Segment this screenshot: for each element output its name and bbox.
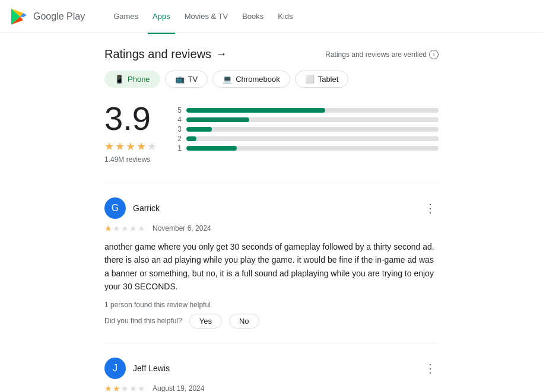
tab-phone[interactable]: 📱 Phone: [104, 71, 160, 88]
verified-text: Ratings and reviews are verified: [325, 50, 427, 59]
bar-label-2: 2: [176, 135, 182, 143]
review-star-g2: ★: [113, 224, 120, 233]
star-2: ★: [115, 140, 125, 153]
main-content: Ratings and reviews → Ratings and review…: [0, 33, 543, 392]
review-meta-jeff: ★ ★ ★ ★ ★ August 19, 2024: [104, 384, 439, 392]
review-card-garrick: G Garrick ⋮ ★ ★ ★ ★ ★ November 6, 2024 a…: [104, 183, 439, 343]
bar-fill-4: [186, 117, 249, 122]
header: Google Play Games Apps Movies & TV Books…: [0, 0, 543, 33]
bar-track-1: [186, 146, 439, 151]
nav-books[interactable]: Books: [237, 9, 268, 23]
review-stars-garrick: ★ ★ ★ ★ ★: [104, 224, 145, 233]
reviewer-info-garrick: G Garrick: [104, 197, 160, 219]
bar-fill-5: [186, 108, 325, 113]
bar-label-4: 4: [176, 116, 182, 124]
rating-bars: 5 4 3 2: [176, 102, 439, 152]
helpful-count-garrick: 1 person found this review helpful: [104, 301, 439, 309]
tablet-tab-icon: ⬜: [305, 75, 315, 84]
bar-row-3: 3: [176, 126, 439, 133]
arrow-icon: →: [216, 48, 227, 60]
review-card-jeff: J Jeff Lewis ⋮ ★ ★ ★ ★ ★ August 19, 2024…: [104, 343, 439, 392]
bar-track-5: [186, 108, 439, 113]
star-1: ★: [104, 140, 114, 153]
bar-track-2: [186, 136, 439, 141]
helpful-no-garrick[interactable]: No: [229, 314, 259, 329]
logo-text: Google Play: [33, 11, 85, 22]
review-header-garrick: G Garrick ⋮: [104, 197, 439, 219]
overall-rating-number: 3.9: [104, 102, 151, 135]
star-5: ★: [147, 140, 157, 153]
bar-label-3: 3: [176, 125, 182, 133]
big-rating: 3.9 ★ ★ ★ ★ ★ 1.49M reviews: [104, 102, 157, 164]
nav-games[interactable]: Games: [109, 9, 143, 23]
verified-label-area: Ratings and reviews are verified i: [325, 50, 439, 59]
nav-apps[interactable]: Apps: [148, 9, 175, 23]
review-star-j3: ★: [121, 384, 129, 392]
review-star-j1: ★: [104, 384, 112, 392]
main-nav: Games Apps Movies & TV Books Kids: [109, 9, 297, 23]
tv-tab-icon: 📺: [175, 75, 185, 84]
phone-tab-label: Phone: [128, 75, 150, 84]
review-count: 1.49M reviews: [104, 155, 150, 164]
chromebook-tab-label: Chromebook: [236, 75, 280, 84]
overall-stars: ★ ★ ★ ★ ★: [104, 140, 157, 153]
review-star-j4: ★: [129, 384, 137, 392]
review-star-j5: ★: [138, 384, 145, 392]
tab-chromebook[interactable]: 💻 Chromebook: [212, 71, 290, 88]
review-star-g3: ★: [121, 224, 129, 233]
review-header-jeff: J Jeff Lewis ⋮: [104, 358, 439, 379]
nav-kids[interactable]: Kids: [273, 9, 297, 23]
review-stars-jeff: ★ ★ ★ ★ ★: [104, 384, 145, 392]
bar-row-1: 1: [176, 145, 439, 152]
helpful-question-garrick: Did you find this helpful? Yes No: [104, 314, 439, 329]
star-3: ★: [126, 140, 135, 153]
ratings-header: Ratings and reviews → Ratings and review…: [104, 33, 439, 71]
tab-tablet[interactable]: ⬜ Tablet: [295, 71, 349, 88]
rating-overview: 3.9 ★ ★ ★ ★ ★ 1.49M reviews 5 4: [104, 102, 439, 164]
filter-tabs: 📱 Phone 📺 TV 💻 Chromebook ⬜ Tablet: [104, 71, 439, 88]
bar-row-5: 5: [176, 107, 439, 114]
more-options-garrick[interactable]: ⋮: [422, 199, 439, 218]
review-star-g1: ★: [104, 224, 112, 233]
reviewer-name-garrick: Garrick: [133, 203, 160, 213]
bar-track-3: [186, 127, 439, 132]
bar-label-1: 1: [176, 144, 182, 152]
nav-movies[interactable]: Movies & TV: [180, 9, 233, 23]
bar-row-4: 4: [176, 116, 439, 123]
reviewer-info-jeff: J Jeff Lewis: [104, 358, 170, 379]
bar-row-2: 2: [176, 135, 439, 142]
bar-track-4: [186, 117, 439, 122]
google-play-logo-icon: [9, 7, 28, 26]
reviewer-name-jeff: Jeff Lewis: [133, 364, 170, 373]
review-date-jeff: August 19, 2024: [153, 384, 204, 392]
avatar-garrick: G: [104, 197, 126, 219]
info-icon[interactable]: i: [429, 50, 439, 59]
review-meta-garrick: ★ ★ ★ ★ ★ November 6, 2024: [104, 224, 439, 233]
bar-fill-3: [186, 127, 212, 132]
bar-label-5: 5: [176, 106, 182, 114]
tv-tab-label: TV: [188, 75, 198, 84]
logo-link[interactable]: Google Play: [9, 7, 85, 26]
ratings-title-text: Ratings and reviews: [104, 47, 211, 61]
tablet-tab-label: Tablet: [318, 75, 339, 84]
bar-fill-1: [186, 146, 237, 151]
star-4: ★: [136, 140, 146, 153]
phone-tab-icon: 📱: [115, 75, 124, 84]
review-star-j2: ★: [113, 384, 120, 392]
review-date-garrick: November 6, 2024: [153, 224, 211, 232]
helpful-yes-garrick[interactable]: Yes: [189, 314, 222, 329]
helpful-question-text-garrick: Did you find this helpful?: [104, 317, 182, 325]
avatar-jeff: J: [104, 358, 126, 379]
review-text-garrick: another game where you only get 30 secon…: [104, 240, 439, 294]
tab-tv[interactable]: 📺 TV: [165, 71, 208, 88]
ratings-title: Ratings and reviews →: [104, 47, 227, 61]
more-options-jeff[interactable]: ⋮: [422, 359, 439, 378]
review-star-g4: ★: [129, 224, 137, 233]
chromebook-tab-icon: 💻: [223, 75, 232, 84]
review-star-g5: ★: [138, 224, 145, 233]
bar-fill-2: [186, 136, 196, 141]
